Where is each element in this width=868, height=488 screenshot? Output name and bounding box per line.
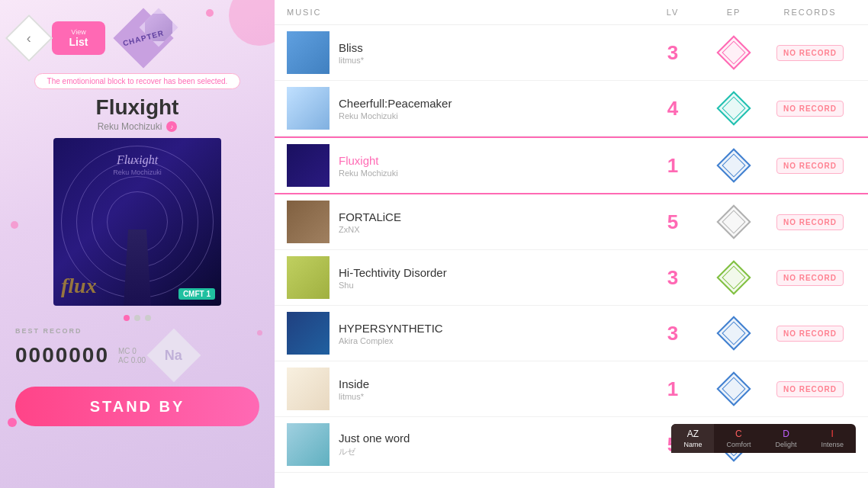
album-title-text: Fluxight (117, 153, 158, 167)
music-info: HYPERSYNTHETIC Akira Complex (287, 312, 561, 355)
music-info: Fluxight Reku Mochizuki (287, 144, 561, 187)
song-name: Inside (339, 377, 369, 390)
col-lv-header: LV (642, 8, 703, 17)
sort-bar: AZ Name C Comfort D Delight I (671, 424, 856, 453)
song-name: Just one word (339, 432, 410, 445)
album-subtitle-text: Reku Mochizuki (113, 169, 162, 176)
music-info: Bliss litmus* (287, 31, 561, 74)
song-thumbnail (287, 256, 330, 299)
no-record-button[interactable]: NO RECORD (776, 326, 844, 342)
sort-item-delight[interactable]: D Delight (763, 424, 809, 453)
music-text: Bliss litmus* (339, 41, 364, 65)
table-row[interactable]: Hi-Techtivity Disorder Shu 3 NO RECORD (275, 250, 868, 306)
col-music-header: MUSIC (287, 8, 561, 17)
ep-diamond (703, 377, 764, 401)
no-record-button[interactable]: NO RECORD (776, 270, 844, 286)
no-record-button[interactable]: NO RECORD (776, 45, 844, 61)
record-cell: NO RECORD (764, 45, 856, 61)
music-info: Cheerfull:Peacemaker Reku Mochizuki (287, 87, 561, 130)
no-record-button[interactable]: NO RECORD (776, 214, 844, 230)
song-name: Hi-Techtivity Disorder (339, 266, 447, 279)
table-row[interactable]: Just one word ルゼ 5 NO RECORD AZ Name (275, 417, 868, 473)
diamond-inner (722, 377, 745, 400)
song-thumbnail (287, 144, 330, 187)
music-text: HYPERSYNTHETIC Akira Complex (339, 322, 443, 345)
music-text: Just one word ルゼ (339, 432, 410, 458)
album-art: Fluxight Reku Mochizuki flux CMFT 1 (53, 138, 221, 306)
score-mc: MC 0 (118, 347, 146, 355)
song-title: Fluxight (96, 95, 179, 120)
record-cell: NO RECORD (764, 214, 856, 230)
col-ep-header: EP (703, 8, 764, 17)
song-thumbnail (287, 312, 330, 355)
no-record-button[interactable]: NO RECORD (776, 381, 844, 397)
song-name: Fluxight (339, 154, 398, 167)
best-record-label: BEST RECORD (15, 327, 82, 335)
music-info: Inside litmus* (287, 368, 561, 410)
no-record-button[interactable]: NO RECORD (776, 101, 844, 117)
sort-icon-comfort: C (735, 429, 742, 439)
record-cell: NO RECORD (764, 101, 856, 117)
song-thumbnail (287, 87, 330, 130)
song-artist-row: Reku Mochizuki ♪ (98, 121, 178, 132)
music-text: Hi-Techtivity Disorder Shu (339, 266, 447, 290)
notification-bar: The emotionional block to recover has be… (34, 73, 241, 89)
music-text: Cheerfull:Peacemaker Reku Mochizuki (339, 97, 452, 120)
chapter-diamond[interactable]: chapteR (117, 12, 169, 64)
table-row[interactable]: HYPERSYNTHETIC Akira Complex 3 NO RECORD (275, 306, 868, 361)
sort-item-name[interactable]: AZ Name (671, 424, 714, 453)
diamond-shape (716, 371, 751, 406)
diamond-shape (716, 260, 751, 294)
dot-row (124, 315, 151, 321)
record-cell: NO RECORD (764, 381, 856, 397)
sort-icon-delight: D (783, 429, 789, 439)
record-cell: NO RECORD (764, 270, 856, 286)
left-panel: ‹ View List chapteR The emotionional blo… (0, 0, 275, 488)
sort-item-intense[interactable]: I Intense (809, 424, 856, 453)
table-row[interactable]: Bliss litmus* 3 NO RECORD (275, 25, 868, 81)
sort-icon-intense: I (831, 429, 834, 439)
dot-1 (124, 315, 130, 321)
score-avatar: Na (147, 329, 201, 383)
song-list: Bliss litmus* 3 NO RECORD Cheerfull:Peac… (275, 25, 868, 473)
ep-diamond (703, 210, 764, 234)
dot-2 (134, 315, 140, 321)
table-row[interactable]: Fluxight Reku Mochizuki 1 NO RECORD (275, 136, 868, 194)
notification-text: The emotionional block to recover has be… (47, 77, 228, 85)
view-list-button[interactable]: View List (52, 21, 105, 55)
diamond-shape (716, 204, 751, 239)
table-row[interactable]: Cheerfull:Peacemaker Reku Mochizuki 4 NO… (275, 81, 868, 136)
stand-by-button[interactable]: STAND BY (15, 387, 259, 426)
sort-label-intense: Intense (821, 441, 844, 448)
sort-label-delight: Delight (775, 441, 796, 448)
record-cell: NO RECORD (764, 158, 856, 174)
ep-diamond (703, 153, 764, 178)
song-artist: ZxNX (339, 225, 401, 234)
music-info: Hi-Techtivity Disorder Shu (287, 256, 561, 299)
no-record-button[interactable]: NO RECORD (776, 158, 844, 174)
diamond-inner (722, 40, 745, 64)
lv-number: 1 (642, 154, 703, 178)
table-row[interactable]: Inside litmus* 1 NO RECORD (275, 361, 868, 417)
song-artist: Reku Mochizuki (98, 121, 162, 132)
song-name: Cheerfull:Peacemaker (339, 97, 452, 110)
back-button[interactable]: ‹ (5, 14, 53, 62)
list-label: List (69, 36, 88, 48)
diamond-shape (716, 316, 751, 350)
table-row[interactable]: FORTALiCE ZxNX 5 NO RECORD (275, 194, 868, 250)
diamond-inner (722, 96, 745, 120)
mic-icon: ♪ (166, 121, 177, 132)
song-thumbnail (287, 423, 330, 466)
diamond-inner (722, 321, 745, 345)
view-label: View (71, 28, 85, 36)
song-artist: Reku Mochizuki (339, 111, 452, 120)
song-artist: litmus* (339, 56, 364, 65)
top-nav: ‹ View List chapteR (0, 0, 275, 70)
sort-label-comfort: Comfort (726, 441, 751, 448)
score-ac: AC 0.00 (118, 356, 146, 364)
right-panel: MUSIC LV EP RECORDS Bliss litmus* 3 NO R… (275, 0, 868, 488)
diamond-inner (722, 265, 745, 289)
back-icon: ‹ (27, 30, 31, 47)
song-name: FORTALiCE (339, 210, 401, 223)
sort-item-comfort[interactable]: C Comfort (714, 424, 763, 453)
